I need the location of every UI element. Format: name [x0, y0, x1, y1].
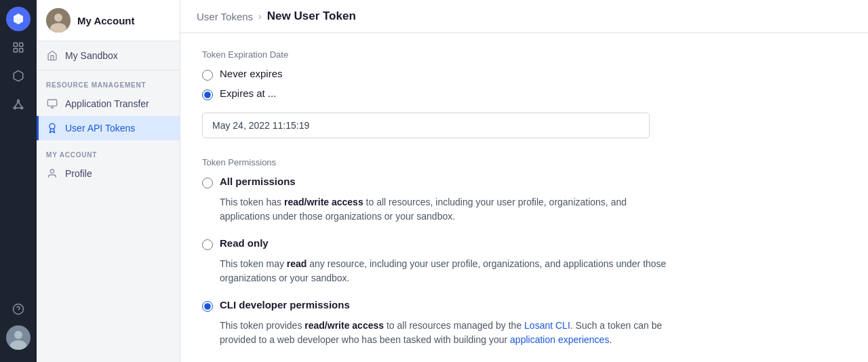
application-experiences-link[interactable]: application experiences [510, 334, 609, 345]
svg-point-21 [50, 123, 55, 129]
sidebar-account-title: My Account [77, 15, 134, 26]
svg-point-4 [18, 100, 20, 102]
resource-management-section: Resource Management Application Transfer… [37, 71, 180, 140]
cli-developer-option: CLI developer permissions This token pro… [202, 299, 846, 347]
account-avatar [46, 8, 71, 33]
all-permissions-label[interactable]: All permissions [220, 176, 296, 187]
nodes-button[interactable] [6, 92, 31, 117]
user-api-tokens-label: User API Tokens [65, 123, 135, 134]
expiration-section: Token Expiration Date Never expires Expi… [202, 49, 846, 138]
read-only-radio[interactable] [202, 239, 213, 250]
all-permissions-radio-row: All permissions [202, 176, 846, 188]
cli-developer-label[interactable]: CLI developer permissions [220, 299, 350, 310]
box-button[interactable] [6, 64, 31, 88]
api-tokens-icon [46, 122, 58, 134]
read-only-label[interactable]: Read only [220, 237, 269, 249]
cli-developer-radio-row: CLI developer permissions [202, 299, 846, 312]
expires-at-radio[interactable] [202, 89, 213, 100]
never-expires-option: Never expires [202, 68, 846, 81]
read-only-radio-row: Read only [202, 237, 846, 250]
dashboard-button[interactable] [6, 35, 31, 60]
sidebar-item-profile[interactable]: Profile [37, 161, 180, 186]
svg-rect-2 [14, 49, 17, 52]
main-content: User Tokens › New User Token Token Expir… [180, 0, 868, 362]
sidebar-header: My Account [37, 0, 180, 41]
read-only-option: Read only This token may read any resour… [202, 237, 846, 285]
brand-logo-button[interactable] [6, 7, 31, 31]
my-account-label: My Account [37, 140, 180, 161]
svg-line-7 [15, 102, 18, 107]
all-permissions-desc: This token has read/write access to all … [220, 195, 667, 224]
profile-icon [46, 167, 58, 180]
read-only-desc: This token may read any resource, includ… [220, 257, 667, 285]
sandbox-item[interactable]: My Sandbox [37, 41, 180, 71]
form-content: Token Expiration Date Never expires Expi… [180, 33, 868, 362]
svg-point-22 [50, 169, 54, 173]
svg-rect-1 [20, 43, 23, 46]
expiration-date-input[interactable] [202, 113, 650, 138]
all-permissions-option: All permissions This token has read/writ… [202, 176, 846, 224]
all-permissions-radio[interactable] [202, 178, 213, 188]
sidebar-item-application-transfer[interactable]: Application Transfer [37, 92, 180, 116]
svg-rect-0 [14, 43, 17, 46]
never-expires-radio[interactable] [202, 70, 213, 81]
losant-cli-link[interactable]: Losant CLI [524, 320, 570, 331]
sandbox-icon [46, 49, 58, 62]
permissions-section: Token Permissions All permissions This t… [202, 157, 846, 347]
icon-bar [0, 0, 37, 362]
transfer-icon [46, 98, 58, 110]
application-transfer-label: Application Transfer [65, 98, 149, 109]
sidebar: My Account My Sandbox Resource Managemen… [37, 0, 180, 362]
breadcrumb-separator: › [258, 11, 262, 22]
breadcrumb-current: New User Token [267, 9, 356, 23]
expires-at-option: Expires at ... [202, 87, 846, 100]
breadcrumb-parent-link[interactable]: User Tokens [197, 11, 253, 22]
my-account-section: My Account Profile [37, 140, 180, 186]
svg-line-8 [18, 102, 22, 107]
sidebar-item-user-api-tokens[interactable]: User API Tokens [37, 116, 180, 140]
question-button[interactable] [6, 297, 31, 321]
expiration-section-label: Token Expiration Date [202, 49, 846, 60]
user-avatar-button[interactable] [6, 325, 31, 350]
profile-label: Profile [65, 168, 92, 179]
svg-rect-18 [47, 100, 56, 106]
svg-rect-3 [20, 49, 23, 52]
expires-at-label[interactable]: Expires at ... [220, 87, 276, 99]
cli-developer-radio[interactable] [202, 301, 213, 312]
svg-point-13 [14, 331, 22, 339]
breadcrumb: User Tokens › New User Token [180, 0, 868, 33]
never-expires-label[interactable]: Never expires [220, 68, 283, 79]
svg-point-16 [54, 14, 62, 22]
sandbox-label: My Sandbox [65, 50, 118, 61]
permissions-section-label: Token Permissions [202, 157, 846, 167]
resource-management-label: Resource Management [37, 71, 180, 92]
cli-developer-desc: This token provides read/write access to… [220, 319, 667, 347]
